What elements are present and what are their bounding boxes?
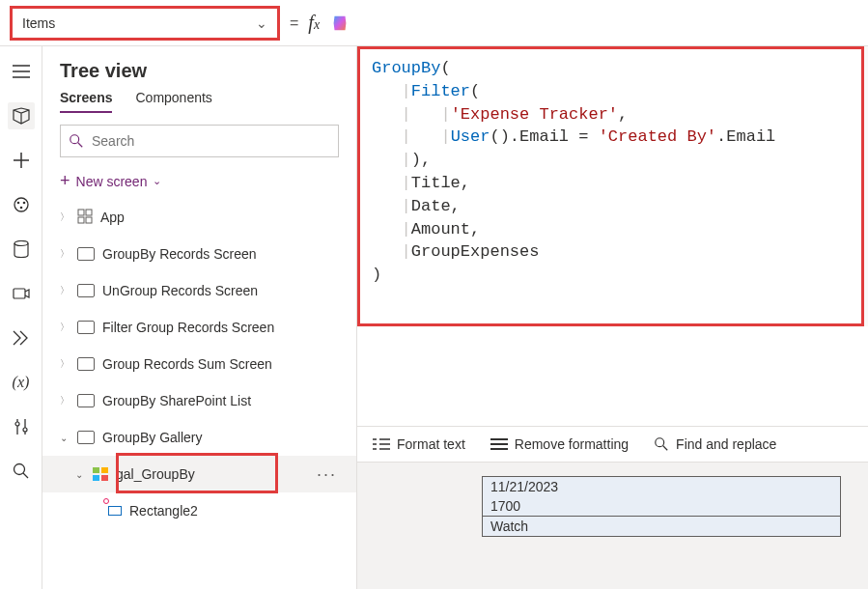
svg-point-0	[14, 198, 28, 211]
variables-icon[interactable]: (x)	[8, 369, 35, 396]
rectangle-icon	[108, 503, 122, 519]
plus-icon: +	[60, 171, 70, 191]
insert-icon[interactable]	[8, 147, 35, 174]
svg-point-4	[14, 241, 28, 246]
svg-point-7	[23, 428, 27, 432]
property-selector[interactable]: Items ⌄	[10, 6, 280, 41]
tree-item-screen[interactable]: 〉GroupBy SharePoint List	[42, 382, 356, 419]
data-icon[interactable]	[8, 236, 35, 263]
svg-point-3	[19, 207, 22, 210]
svg-point-6	[15, 422, 19, 426]
svg-rect-17	[101, 475, 108, 481]
tree-item-screen[interactable]: 〉Filter Group Records Screen	[42, 309, 356, 346]
chevron-down-icon: ⌄	[60, 433, 70, 443]
copilot-icon[interactable]	[329, 13, 350, 34]
chevron-down-icon: ⌄	[153, 175, 161, 187]
gallery-icon	[93, 467, 108, 481]
tab-screens[interactable]: Screens	[60, 90, 112, 113]
tab-components[interactable]: Components	[135, 90, 211, 113]
property-name: Items	[22, 15, 55, 31]
find-replace-button[interactable]: Find and replace	[654, 436, 776, 452]
media-icon[interactable]	[8, 280, 35, 307]
more-icon[interactable]: ···	[317, 464, 337, 485]
tree-item-app[interactable]: 〉 App	[42, 199, 356, 236]
formula-bar[interactable]: GroupBy( |Filter( | |'Expense Tracker', …	[357, 46, 864, 326]
svg-point-1	[16, 202, 19, 205]
svg-rect-14	[93, 467, 99, 473]
svg-rect-12	[78, 217, 84, 223]
svg-point-8	[14, 464, 24, 475]
tree-item-rectangle[interactable]: 〉 Rectangle2	[42, 492, 356, 529]
theme-icon[interactable]	[8, 191, 35, 218]
screen-icon	[77, 284, 95, 297]
svg-rect-11	[86, 210, 92, 215]
formula-toolbar: Format text Remove formatting Find and r…	[357, 426, 868, 463]
format-text-button[interactable]: Format text	[373, 436, 465, 452]
tree-view-panel: Tree view Screens Components + New scree…	[42, 46, 357, 589]
tree-item-screen[interactable]: 〉UnGroup Records Screen	[42, 272, 356, 309]
tree-view-icon[interactable]	[8, 102, 35, 129]
svg-rect-15	[101, 467, 108, 473]
remove-format-icon	[490, 437, 508, 451]
svg-rect-10	[78, 210, 84, 215]
search-input[interactable]	[60, 125, 339, 157]
tools-icon[interactable]	[8, 413, 35, 440]
tree-item-screen[interactable]: ⌄GroupBy Gallery	[42, 419, 356, 456]
tree-view-title: Tree view	[60, 60, 147, 82]
gallery-row: 11/21/2023	[483, 477, 840, 496]
svg-rect-5	[14, 289, 25, 298]
chevron-down-icon: ⌄	[75, 469, 85, 480]
search-icon	[654, 436, 669, 452]
tree-item-gallery-selected[interactable]: ⌄ gal_GroupBy ···	[42, 456, 356, 492]
new-screen-button[interactable]: + New screen ⌄	[42, 163, 356, 199]
canvas-area[interactable]: 11/21/2023 1700 Watch	[357, 463, 868, 589]
chevron-down-icon: ⌄	[256, 15, 267, 31]
screen-icon	[77, 394, 95, 407]
search-rail-icon[interactable]	[8, 458, 35, 485]
screen-icon	[77, 321, 95, 334]
gallery-preview[interactable]: 11/21/2023 1700 Watch	[482, 476, 841, 537]
equals-sign: =	[290, 14, 298, 32]
app-icon	[77, 209, 93, 227]
screen-icon	[77, 247, 95, 261]
svg-rect-13	[86, 217, 92, 223]
tree-list: 〉 App 〉GroupBy Records Screen 〉UnGroup R…	[42, 199, 356, 589]
format-icon	[373, 437, 390, 451]
tree-item-screen[interactable]: 〉Group Records Sum Screen	[42, 346, 356, 382]
gallery-row: Watch	[483, 517, 840, 536]
svg-rect-16	[93, 475, 99, 481]
gallery-row: 1700	[483, 496, 840, 516]
search-icon	[69, 133, 84, 149]
left-icon-rail: (x)	[0, 46, 42, 589]
svg-point-18	[656, 438, 664, 447]
svg-point-2	[22, 202, 25, 205]
hamburger-icon[interactable]	[8, 58, 35, 85]
chevron-right-icon: 〉	[60, 210, 70, 224]
tree-item-screen[interactable]: 〉GroupBy Records Screen	[42, 236, 356, 272]
screen-icon	[77, 431, 95, 444]
svg-point-9	[70, 135, 79, 144]
screen-icon	[77, 357, 95, 371]
power-automate-icon[interactable]	[8, 324, 35, 351]
fx-icon[interactable]: fx	[308, 12, 320, 34]
remove-formatting-button[interactable]: Remove formatting	[490, 436, 629, 452]
